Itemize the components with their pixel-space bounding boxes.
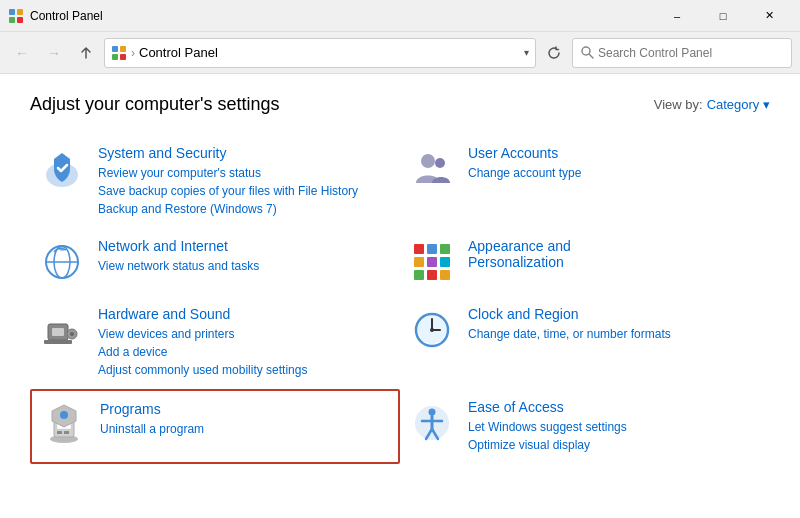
search-box[interactable]	[572, 38, 792, 68]
user-accounts-link-1[interactable]: Change account type	[468, 164, 762, 182]
programs-icon	[40, 401, 88, 449]
category-system-security[interactable]: System and Security Review your computer…	[30, 135, 400, 228]
address-separator: ›	[131, 46, 135, 60]
svg-rect-40	[57, 431, 62, 434]
title-bar: Control Panel – □ ✕	[0, 0, 800, 32]
category-clock-region[interactable]: Clock and Region Change date, time, or n…	[400, 296, 770, 389]
svg-rect-2	[9, 17, 15, 23]
category-hardware-sound[interactable]: Hardware and Sound View devices and prin…	[30, 296, 400, 389]
refresh-button[interactable]	[540, 39, 568, 67]
svg-rect-19	[440, 244, 450, 254]
search-icon	[581, 46, 594, 59]
address-input[interactable]: › Control Panel ▾	[104, 38, 536, 68]
address-dropdown-icon[interactable]: ▾	[524, 47, 529, 58]
categories-grid: System and Security Review your computer…	[30, 135, 770, 464]
title-bar-title: Control Panel	[30, 9, 654, 23]
svg-rect-25	[440, 270, 450, 280]
network-internet-content: Network and Internet View network status…	[98, 238, 392, 275]
svg-rect-41	[64, 431, 69, 434]
svg-rect-5	[120, 46, 126, 52]
svg-rect-18	[427, 244, 437, 254]
view-by-label: View by:	[654, 97, 703, 112]
user-accounts-icon	[408, 145, 456, 193]
system-security-link-3[interactable]: Backup and Restore (Windows 7)	[98, 200, 392, 218]
hardware-sound-title[interactable]: Hardware and Sound	[98, 306, 392, 322]
back-button[interactable]: ←	[8, 39, 36, 67]
category-ease-of-access[interactable]: Ease of Access Let Windows suggest setti…	[400, 389, 770, 464]
svg-rect-21	[427, 257, 437, 267]
svg-point-42	[60, 411, 68, 419]
svg-rect-29	[44, 340, 72, 344]
title-bar-buttons: – □ ✕	[654, 0, 792, 32]
svg-line-9	[589, 54, 593, 58]
clock-region-link-1[interactable]: Change date, time, or number formats	[468, 325, 762, 343]
ease-of-access-icon	[408, 399, 456, 447]
address-folder-icon	[111, 45, 127, 61]
page-title: Adjust your computer's settings	[30, 94, 280, 115]
category-user-accounts[interactable]: User Accounts Change account type	[400, 135, 770, 228]
programs-content: Programs Uninstall a program	[100, 401, 390, 438]
hardware-sound-content: Hardware and Sound View devices and prin…	[98, 306, 392, 379]
view-by-value[interactable]: Category ▾	[707, 97, 770, 112]
hardware-sound-link-3[interactable]: Adjust commonly used mobility settings	[98, 361, 392, 379]
hardware-sound-link-2[interactable]: Add a device	[98, 343, 392, 361]
address-bar: ← → › Control Panel ▾	[0, 32, 800, 74]
main-content: Adjust your computer's settings View by:…	[0, 74, 800, 484]
hardware-sound-icon	[38, 306, 86, 354]
svg-rect-3	[17, 17, 23, 23]
appearance-icon	[408, 238, 456, 286]
clock-region-content: Clock and Region Change date, time, or n…	[468, 306, 762, 343]
svg-rect-7	[120, 54, 126, 60]
svg-rect-28	[52, 328, 64, 336]
hardware-sound-link-1[interactable]: View devices and printers	[98, 325, 392, 343]
svg-rect-17	[414, 244, 424, 254]
ease-of-access-title[interactable]: Ease of Access	[468, 399, 762, 415]
category-programs[interactable]: Programs Uninstall a program	[30, 389, 400, 464]
svg-rect-23	[414, 270, 424, 280]
svg-rect-22	[440, 257, 450, 267]
programs-title[interactable]: Programs	[100, 401, 390, 417]
svg-point-11	[421, 154, 435, 168]
network-internet-link-1[interactable]: View network status and tasks	[98, 257, 392, 275]
clock-region-title[interactable]: Clock and Region	[468, 306, 762, 322]
ease-of-access-link-2[interactable]: Optimize visual display	[468, 436, 762, 454]
ease-of-access-content: Ease of Access Let Windows suggest setti…	[468, 399, 762, 454]
system-security-title[interactable]: System and Security	[98, 145, 392, 161]
system-security-icon	[38, 145, 86, 193]
svg-rect-6	[112, 54, 118, 60]
appearance-content: Appearance andPersonalization	[468, 238, 762, 273]
address-text: Control Panel	[139, 45, 520, 60]
svg-point-44	[429, 409, 436, 416]
maximize-button[interactable]: □	[700, 0, 746, 32]
user-accounts-content: User Accounts Change account type	[468, 145, 762, 182]
system-security-content: System and Security Review your computer…	[98, 145, 392, 218]
title-bar-icon	[8, 8, 24, 24]
category-appearance[interactable]: Appearance andPersonalization	[400, 228, 770, 296]
forward-button[interactable]: →	[40, 39, 68, 67]
svg-rect-0	[9, 9, 15, 15]
svg-point-31	[70, 332, 74, 336]
ease-of-access-link-1[interactable]: Let Windows suggest settings	[468, 418, 762, 436]
system-security-link-2[interactable]: Save backup copies of your files with Fi…	[98, 182, 392, 200]
svg-rect-20	[414, 257, 424, 267]
system-security-link-1[interactable]: Review your computer's status	[98, 164, 392, 182]
network-internet-title[interactable]: Network and Internet	[98, 238, 392, 254]
up-button[interactable]	[72, 39, 100, 67]
svg-rect-1	[17, 9, 23, 15]
close-button[interactable]: ✕	[746, 0, 792, 32]
programs-link-1[interactable]: Uninstall a program	[100, 420, 390, 438]
appearance-title[interactable]: Appearance andPersonalization	[468, 238, 762, 270]
user-accounts-title[interactable]: User Accounts	[468, 145, 762, 161]
svg-rect-4	[112, 46, 118, 52]
search-input[interactable]	[598, 46, 783, 60]
svg-point-36	[430, 328, 434, 332]
svg-point-12	[435, 158, 445, 168]
category-network-internet[interactable]: Network and Internet View network status…	[30, 228, 400, 296]
clock-region-icon	[408, 306, 456, 354]
main-header: Adjust your computer's settings View by:…	[30, 94, 770, 115]
network-internet-icon	[38, 238, 86, 286]
view-by: View by: Category ▾	[654, 97, 770, 112]
svg-rect-24	[427, 270, 437, 280]
minimize-button[interactable]: –	[654, 0, 700, 32]
